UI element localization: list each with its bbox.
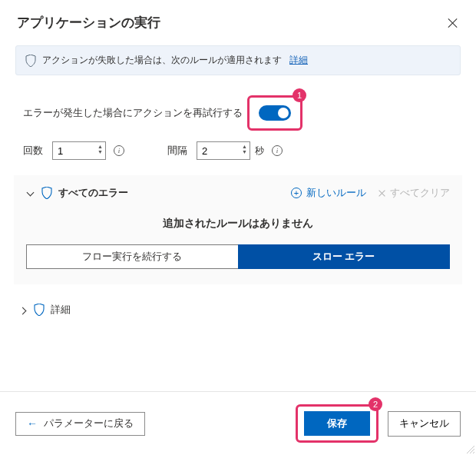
new-rule-button[interactable]: + 新しいルール: [291, 187, 366, 200]
save-button[interactable]: 保存: [304, 411, 370, 436]
arrow-left-icon: ←: [27, 418, 38, 429]
detail-section-header[interactable]: 詳細: [0, 294, 476, 323]
callout-marker-1: 1: [247, 95, 302, 131]
back-label: パラメーターに戻る: [44, 417, 134, 430]
chevron-right-icon: [18, 305, 28, 314]
count-info-icon[interactable]: i: [114, 145, 124, 156]
svg-line-2: [473, 452, 474, 453]
clear-all-label: すべてクリア: [390, 187, 450, 200]
x-icon: [378, 190, 385, 197]
interval-spin-up-icon[interactable]: ▲: [242, 144, 247, 149]
callout-badge-1: 1: [293, 88, 306, 102]
callout-marker-2: 2 保存: [296, 404, 378, 443]
info-banner-text: アクションが失敗した場合は、次のルールが適用されます: [42, 54, 282, 67]
resize-grip-icon[interactable]: [465, 444, 474, 453]
all-errors-header[interactable]: すべてのエラー: [26, 186, 128, 200]
seconds-suffix: 秒: [255, 144, 264, 158]
cancel-button[interactable]: キャンセル: [388, 411, 461, 437]
close-icon[interactable]: [447, 17, 459, 29]
count-label: 回数: [23, 144, 43, 158]
all-errors-panel: すべてのエラー + 新しいルール すべてクリア 追加されたルールはありません フ…: [14, 175, 462, 284]
chevron-down-icon: [26, 188, 35, 198]
plus-circle-icon: +: [291, 188, 302, 198]
throw-error-button[interactable]: スロー エラー: [238, 244, 451, 269]
info-banner: アクションが失敗した場合は、次のルールが適用されます 詳細: [15, 45, 461, 75]
all-errors-title: すべてのエラー: [58, 186, 128, 200]
dialog-title: アプリケーションの実行: [17, 14, 160, 32]
info-detail-link[interactable]: 詳細: [289, 54, 308, 67]
shield-icon: [34, 304, 45, 316]
interval-spin-down-icon[interactable]: ▼: [242, 149, 247, 154]
callout-badge-2: 2: [369, 397, 382, 411]
retry-toggle[interactable]: [259, 105, 291, 121]
clear-all-button: すべてクリア: [378, 187, 450, 200]
count-spin-up-icon[interactable]: ▲: [98, 144, 103, 149]
interval-info-icon[interactable]: i: [272, 145, 283, 156]
continue-flow-button[interactable]: フロー実行を続行する: [26, 244, 238, 269]
detail-section-title: 詳細: [51, 303, 71, 317]
count-spin-down-icon[interactable]: ▼: [98, 149, 103, 154]
shield-icon: [41, 187, 52, 199]
interval-label: 間隔: [167, 144, 187, 158]
shield-icon: [25, 55, 36, 67]
new-rule-label: 新しいルール: [306, 187, 366, 200]
retry-toggle-label: エラーが発生した場合にアクションを再試行する: [23, 107, 243, 120]
no-rules-message: 追加されたルールはありません: [26, 211, 450, 244]
back-to-parameters-button[interactable]: ← パラメーターに戻る: [15, 412, 145, 436]
